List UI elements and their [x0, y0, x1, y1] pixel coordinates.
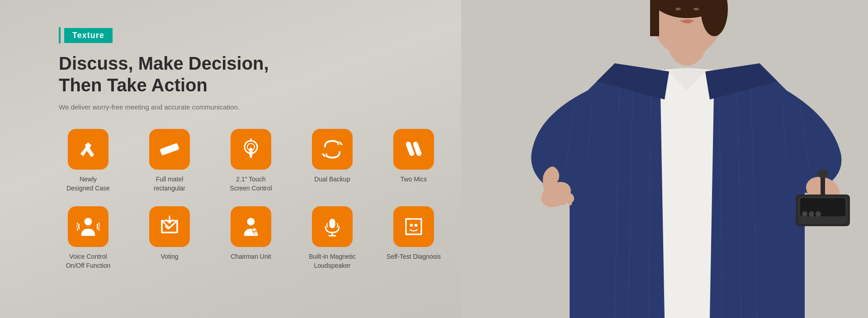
- speaker-icon: [321, 215, 344, 238]
- voice-control-icon-box: [68, 206, 108, 247]
- svg-point-30: [802, 211, 807, 217]
- self-test-icon-box: [393, 206, 434, 247]
- features-row-1: NewlyDesigned Case Full matelrectangular: [59, 129, 452, 193]
- texture-badge: Texture: [59, 27, 452, 43]
- built-in-magnetic-label: Built-in MagneticLoudspeaker: [309, 252, 356, 270]
- page-wrapper: Texture Discuss, Make Decision, Then Tak…: [0, 0, 868, 318]
- feature-newly-designed-case: NewlyDesigned Case: [59, 129, 118, 193]
- svg-rect-29: [817, 170, 828, 178]
- full-matel-icon-box: [149, 129, 190, 170]
- feature-voice-control: Voice ControlOn/Off Function: [59, 206, 118, 270]
- rectangle-icon: [158, 138, 181, 161]
- person-illustration: [461, 0, 868, 318]
- feature-dual-backup: Dual Backup: [303, 129, 362, 184]
- self-test-label: Self-Test Diagnosis: [387, 252, 441, 261]
- voting-icon: [158, 215, 181, 238]
- feature-two-mics: Two Mics: [384, 129, 443, 184]
- title-line2: Then Take Action: [59, 75, 208, 95]
- content-area: Texture Discuss, Make Decision, Then Tak…: [59, 27, 452, 270]
- title-line1: Discuss, Make Decision,: [59, 53, 269, 73]
- svg-rect-33: [160, 143, 179, 156]
- feature-self-test: Self-Test Diagnosis: [384, 206, 443, 261]
- diagnosis-icon: [402, 215, 425, 238]
- newly-designed-case-icon-box: [68, 129, 108, 170]
- person-area: [461, 0, 868, 318]
- texture-label: Texture: [64, 28, 113, 43]
- svg-point-32: [816, 211, 821, 217]
- full-matel-label: Full matelrectangular: [154, 175, 185, 193]
- svg-rect-44: [406, 219, 421, 234]
- backup-icon: [321, 138, 344, 161]
- feature-full-matel: Full matelrectangular: [140, 129, 199, 193]
- main-title: Discuss, Make Decision, Then Take Action: [59, 52, 452, 96]
- feature-built-in-magnetic: Built-in MagneticLoudspeaker: [303, 206, 362, 270]
- svg-point-8: [682, 19, 693, 23]
- chairman-unit-label: Chairman Unit: [231, 252, 271, 261]
- dual-backup-label: Dual Backup: [314, 175, 350, 184]
- voice-icon: [77, 215, 99, 238]
- voting-icon-box: [149, 206, 190, 247]
- case-icon: [77, 138, 99, 161]
- svg-point-31: [809, 211, 814, 217]
- svg-point-6: [675, 8, 681, 10]
- two-mics-icon-box: [393, 129, 434, 170]
- feature-touch-screen: 2.1" TouchScreen Control: [222, 129, 280, 193]
- mics-icon: [402, 138, 425, 161]
- two-mics-label: Two Mics: [401, 175, 427, 184]
- svg-point-40: [247, 218, 255, 225]
- features-grid: NewlyDesigned Case Full matelrectangular: [59, 129, 452, 270]
- texture-bar: [59, 27, 61, 43]
- svg-point-38: [85, 218, 92, 225]
- chairman-icon: [240, 215, 262, 238]
- chairman-unit-icon-box: [231, 206, 271, 247]
- touch-screen-label: 2.1" TouchScreen Control: [230, 175, 272, 193]
- feature-chairman-unit: Chairman Unit: [222, 206, 280, 261]
- feature-voting: Voting: [140, 206, 199, 261]
- dual-backup-icon-box: [312, 129, 353, 170]
- newly-designed-case-label: NewlyDesigned Case: [66, 175, 110, 193]
- touch-icon: [240, 138, 262, 161]
- svg-point-46: [415, 224, 417, 227]
- svg-point-45: [410, 224, 413, 227]
- svg-rect-41: [330, 219, 335, 228]
- svg-rect-5: [650, 0, 659, 36]
- built-in-magnetic-icon-box: [312, 206, 353, 247]
- subtitle: We deliver worry-free meeting and accura…: [59, 103, 452, 111]
- voice-control-label: Voice ControlOn/Off Function: [66, 252, 111, 270]
- svg-point-7: [693, 8, 699, 10]
- features-row-2: Voice ControlOn/Off Function: [59, 206, 452, 270]
- voting-label: Voting: [161, 252, 179, 261]
- touch-screen-icon-box: [231, 129, 271, 170]
